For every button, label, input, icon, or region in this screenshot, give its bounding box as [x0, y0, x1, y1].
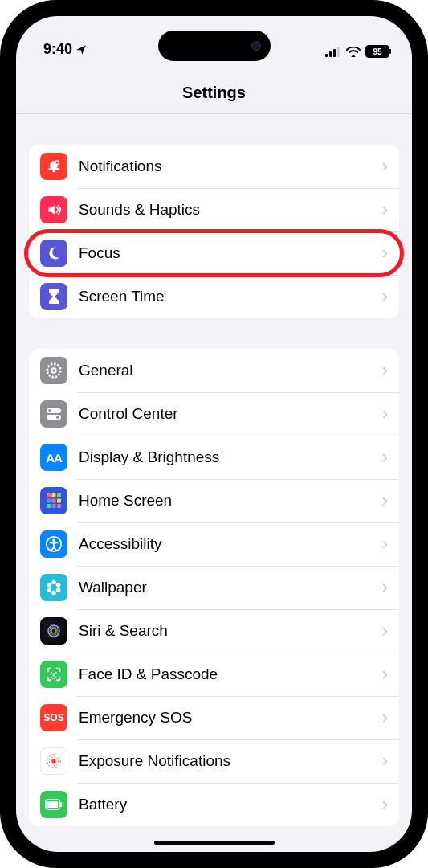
- home-screen-icon: [40, 487, 67, 514]
- dynamic-island: [158, 31, 271, 61]
- chevron-right-icon: ›: [382, 577, 388, 598]
- svg-point-30: [51, 591, 56, 596]
- control-center-icon: [40, 400, 67, 428]
- settings-row-label: Wallpaper: [79, 579, 382, 596]
- settings-row-emergency-sos[interactable]: SOSEmergency SOS›: [29, 696, 399, 739]
- home-indicator[interactable]: [154, 841, 275, 845]
- svg-rect-2: [333, 49, 336, 57]
- svg-rect-5: [48, 168, 59, 170]
- svg-rect-18: [57, 493, 61, 497]
- battery-icon: 95: [365, 45, 389, 58]
- settings-row-general[interactable]: General›: [29, 349, 399, 392]
- svg-point-32: [47, 582, 53, 588]
- settings-group-1: Notifications›Sounds & Haptics›Focus›Scr…: [29, 145, 399, 318]
- settings-row-siri-search[interactable]: Siri & Search›: [29, 609, 399, 653]
- battery-icon: [40, 791, 67, 818]
- chevron-right-icon: ›: [382, 490, 388, 511]
- chevron-right-icon: ›: [382, 707, 388, 728]
- svg-point-11: [52, 369, 55, 371]
- svg-rect-17: [52, 493, 56, 497]
- settings-row-battery[interactable]: Battery›: [29, 783, 399, 826]
- settings-row-accessibility[interactable]: Accessibility›: [29, 522, 399, 566]
- settings-group-2: General›Control Center›AADisplay & Brigh…: [29, 349, 399, 826]
- chevron-right-icon: ›: [382, 447, 388, 468]
- chevron-right-icon: ›: [382, 664, 388, 685]
- svg-point-33: [51, 585, 56, 590]
- location-icon: [75, 44, 87, 55]
- exposure-icon: [40, 747, 67, 775]
- general-icon: [40, 357, 67, 384]
- settings-row-screen-time[interactable]: Screen Time›: [29, 275, 399, 318]
- svg-point-39: [55, 672, 57, 674]
- svg-point-26: [52, 539, 55, 542]
- chevron-right-icon: ›: [382, 360, 388, 381]
- settings-row-label: Display & Brightness: [79, 448, 382, 466]
- svg-point-38: [51, 672, 52, 674]
- svg-point-15: [56, 416, 59, 419]
- cellular-icon: [325, 47, 341, 57]
- svg-rect-44: [47, 801, 58, 808]
- sounds-haptics-icon: [40, 196, 67, 223]
- notifications-icon: [40, 153, 67, 180]
- chevron-right-icon: ›: [382, 286, 388, 307]
- settings-row-wallpaper[interactable]: Wallpaper›: [29, 566, 399, 609]
- screen-time-icon: [40, 283, 67, 310]
- settings-row-home-screen[interactable]: Home Screen›: [29, 479, 399, 522]
- svg-rect-20: [52, 499, 56, 503]
- settings-row-exposure[interactable]: Exposure Notifications›: [29, 739, 399, 783]
- settings-row-face-id[interactable]: Face ID & Passcode›: [29, 653, 399, 696]
- settings-row-label: Accessibility: [79, 535, 382, 553]
- settings-row-control-center[interactable]: Control Center›: [29, 392, 399, 436]
- settings-row-display-brightness[interactable]: AADisplay & Brightness›: [29, 436, 399, 479]
- accessibility-icon: [40, 530, 67, 558]
- chevron-right-icon: ›: [382, 534, 388, 555]
- settings-row-label: Exposure Notifications: [79, 752, 382, 770]
- svg-rect-22: [47, 504, 51, 508]
- svg-rect-1: [329, 51, 332, 57]
- settings-row-label: Control Center: [79, 405, 382, 423]
- face-id-icon: [40, 661, 67, 688]
- svg-point-8: [56, 161, 59, 163]
- settings-row-notifications[interactable]: Notifications›: [29, 145, 399, 188]
- settings-row-label: Notifications: [79, 158, 382, 175]
- settings-row-label: Focus: [79, 244, 382, 262]
- screen: 9:40 95 Settings Notifications›Sounds & …: [16, 16, 412, 852]
- svg-point-31: [47, 587, 53, 593]
- settings-row-label: Sounds & Haptics: [79, 201, 382, 219]
- chevron-right-icon: ›: [382, 243, 388, 264]
- settings-row-label: Emergency SOS: [79, 709, 382, 727]
- chevron-right-icon: ›: [382, 794, 388, 815]
- phone-frame: 9:40 95 Settings Notifications›Sounds & …: [0, 0, 428, 868]
- svg-point-40: [51, 759, 56, 764]
- svg-rect-16: [47, 493, 51, 497]
- settings-row-label: Siri & Search: [79, 622, 382, 640]
- svg-rect-23: [52, 504, 56, 508]
- settings-row-label: Home Screen: [79, 492, 382, 510]
- settings-row-label: Face ID & Passcode: [79, 665, 382, 683]
- chevron-right-icon: ›: [382, 199, 388, 220]
- settings-row-label: General: [79, 362, 382, 379]
- svg-rect-0: [325, 54, 328, 57]
- page-title: Settings: [16, 59, 412, 113]
- settings-row-sounds-haptics[interactable]: Sounds & Haptics›: [29, 188, 399, 231]
- svg-rect-19: [47, 499, 51, 503]
- chevron-right-icon: ›: [382, 751, 388, 772]
- status-time: 9:40: [43, 41, 72, 58]
- emergency-sos-icon: SOS: [40, 704, 67, 731]
- settings-content[interactable]: Notifications›Sounds & Haptics›Focus›Scr…: [16, 114, 412, 852]
- settings-row-label: Screen Time: [79, 288, 382, 305]
- wifi-icon: [346, 47, 361, 57]
- display-brightness-icon: AA: [40, 444, 67, 471]
- chevron-right-icon: ›: [382, 403, 388, 424]
- svg-point-13: [48, 409, 51, 412]
- svg-rect-24: [57, 504, 61, 508]
- settings-row-label: Battery: [79, 796, 382, 813]
- chevron-right-icon: ›: [382, 620, 388, 641]
- svg-point-29: [55, 587, 62, 593]
- siri-search-icon: [40, 617, 67, 645]
- focus-icon: [40, 240, 67, 267]
- svg-point-27: [51, 580, 56, 585]
- svg-rect-3: [337, 47, 340, 57]
- svg-point-28: [55, 582, 62, 588]
- settings-row-focus[interactable]: Focus›: [29, 231, 399, 275]
